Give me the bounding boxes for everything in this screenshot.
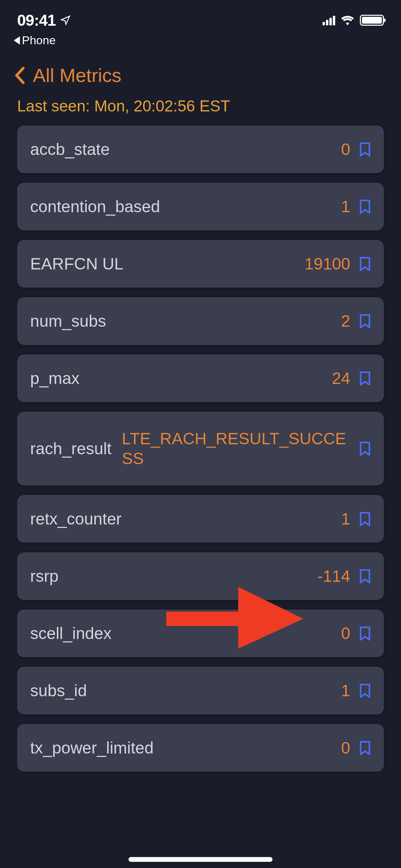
bookmark-icon[interactable] (359, 511, 371, 527)
metric-row[interactable]: num_subs 2 (17, 297, 384, 345)
location-icon (60, 15, 71, 26)
metric-value-wrap: LTE_RACH_RESULT_SUCCESS (122, 429, 371, 468)
metric-value: 1 (341, 509, 350, 528)
bookmark-icon[interactable] (359, 740, 371, 756)
metric-name: rach_result (30, 439, 111, 458)
metric-row[interactable]: EARFCN UL 19100 (17, 240, 384, 288)
metric-value: 0 (341, 140, 350, 159)
metric-name: accb_state (30, 140, 110, 159)
status-right (323, 15, 384, 26)
metric-value: LTE_RACH_RESULT_SUCCESS (122, 429, 350, 468)
metric-value-wrap: 19100 (134, 254, 371, 273)
bookmark-icon[interactable] (359, 441, 371, 456)
metric-name: tx_power_limited (30, 738, 154, 757)
metric-row[interactable]: tx_power_limited 0 (17, 724, 384, 772)
metric-value-wrap: -114 (69, 567, 371, 586)
battery-icon (360, 15, 384, 26)
metric-row[interactable]: rsrp -114 (17, 552, 384, 600)
metric-value-wrap: 0 (164, 738, 371, 757)
back-to-app-label: Phone (22, 34, 56, 47)
status-time: 09:41 (17, 11, 56, 29)
status-bar: 09:41 (0, 0, 401, 31)
nav-back-button[interactable]: All Metrics (0, 47, 401, 93)
metric-name: subs_id (30, 681, 87, 700)
metric-name: p_max (30, 369, 80, 388)
chevron-back-icon (14, 66, 26, 85)
metric-value-wrap: 1 (97, 681, 371, 700)
metric-row[interactable]: scell_index 0 (17, 610, 384, 657)
metric-row[interactable]: p_max 24 (17, 354, 384, 402)
metric-value: -114 (317, 567, 350, 586)
metric-row[interactable]: retx_counter 1 (17, 495, 384, 543)
bookmark-icon[interactable] (359, 256, 371, 272)
home-indicator[interactable] (129, 857, 272, 862)
metric-value-wrap: 1 (170, 197, 371, 216)
nav-title: All Metrics (33, 64, 121, 86)
bookmark-icon[interactable] (359, 371, 371, 386)
wifi-icon (341, 15, 354, 25)
metric-value-wrap: 0 (122, 624, 371, 643)
metric-row[interactable]: subs_id 1 (17, 667, 384, 714)
metric-value-wrap: 1 (132, 509, 371, 528)
status-left: 09:41 (17, 11, 71, 29)
metric-name: scell_index (30, 624, 111, 643)
bookmark-icon[interactable] (359, 314, 371, 329)
metric-row[interactable]: contention_based 1 (17, 183, 384, 230)
metric-name: contention_based (30, 197, 160, 216)
metric-value: 24 (332, 369, 350, 388)
metric-value: 2 (341, 312, 350, 330)
metrics-list: accb_state 0 contention_based 1 EARFCN U… (0, 125, 401, 772)
bookmark-icon[interactable] (359, 569, 371, 584)
bookmark-icon[interactable] (359, 142, 371, 157)
cellular-signal-icon (323, 15, 335, 25)
metric-row[interactable]: rach_result LTE_RACH_RESULT_SUCCESS (17, 412, 384, 485)
metric-name: retx_counter (30, 509, 122, 528)
metric-value: 0 (341, 738, 350, 757)
metric-value: 19100 (305, 254, 350, 273)
bookmark-icon[interactable] (359, 199, 371, 214)
last-seen-timestamp: Last seen: Mon, 20:02:56 EST (0, 93, 401, 125)
bookmark-icon[interactable] (359, 683, 371, 698)
metric-name: EARFCN UL (30, 254, 123, 273)
metric-value-wrap: 0 (120, 140, 371, 159)
metric-value: 1 (341, 197, 350, 216)
metric-name: rsrp (30, 567, 59, 586)
back-triangle-icon (14, 36, 20, 45)
metric-name: num_subs (30, 312, 106, 330)
back-to-app-button[interactable]: Phone (0, 31, 401, 47)
metric-row[interactable]: accb_state 0 (17, 125, 384, 173)
metric-value-wrap: 24 (90, 369, 371, 388)
bookmark-icon[interactable] (359, 626, 371, 641)
metric-value: 1 (341, 681, 350, 700)
metric-value-wrap: 2 (116, 312, 371, 330)
metric-value: 0 (341, 624, 350, 643)
